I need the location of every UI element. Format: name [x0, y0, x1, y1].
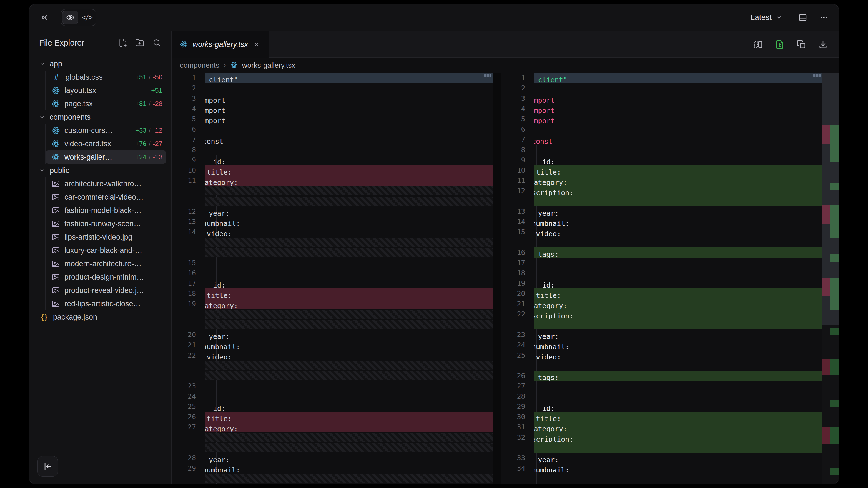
code-line[interactable]: studio", [501, 319, 822, 329]
code-line[interactable]: 25 video: "https://commondatastorage.goo… [501, 350, 822, 360]
tab-works-gallery[interactable]: works-gallery.tsx × [172, 31, 269, 58]
code-line[interactable]: 29 thumbnail: "/product-design-minimalis… [172, 463, 493, 473]
code-line[interactable]: 16 tags: ["Design", "Branding", "Art Dir… [501, 247, 822, 258]
code-line[interactable]: 31 category: "Creative", [501, 422, 822, 432]
version-dropdown[interactable]: Latest [747, 10, 786, 25]
download-button[interactable] [818, 40, 828, 49]
tree-item-page.tsx[interactable]: page.tsx+81/-28 [45, 97, 166, 110]
code-line[interactable]: 6 [172, 124, 493, 134]
code-line[interactable]: 19 id: 2, [501, 278, 822, 288]
code-line[interactable]: 20 year: "2024", [172, 329, 493, 340]
code-line[interactable]: 22 video: "https://commondatastorage.goo… [172, 350, 493, 360]
tree-item-architecture-walkthro-[interactable]: architecture-walkthro… [45, 177, 166, 190]
tree-folder-app[interactable]: app [35, 57, 166, 70]
code-line[interactable]: 5import { CustomCursor } from "./custom-… [501, 114, 822, 124]
code-line[interactable]: gtv-videos-bucket/sample/ForBiggerBlazes… [501, 237, 822, 247]
collapse-panel-icon[interactable] [40, 13, 49, 22]
tree-item-product-design-minim-[interactable]: product-design-minim… [45, 270, 166, 284]
code-line[interactable]: 24 thumbnail: "/modern-architecture-blac… [501, 340, 822, 350]
tree-item-fashion-runway-scen-[interactable]: fashion-runway-scen… [45, 217, 166, 230]
tree-item-car-commercial-video-[interactable]: car-commercial-video… [45, 190, 166, 204]
code-line[interactable]: 13 year: "2024", [501, 206, 822, 217]
tab-close-icon[interactable]: × [253, 40, 260, 49]
copy-button[interactable] [797, 40, 806, 49]
code-line[interactable]: 22 description: "Digital presence for a … [501, 309, 822, 319]
code-line[interactable]: 3import { useState } from "react" [172, 93, 493, 103]
code-line[interactable]: 30 title: "Product Launch", [501, 412, 822, 422]
tree-item-modern-architecture-[interactable]: modern-architecture-… [45, 257, 166, 270]
split-view-button[interactable] [753, 40, 763, 49]
diff-overview-ruler[interactable] [822, 73, 839, 484]
code-line[interactable]: 6 [501, 124, 822, 134]
code-line[interactable]: 3import { useState } from "react" [501, 93, 822, 103]
code-line[interactable]: 16 { [172, 268, 493, 278]
code-line[interactable]: 26 title: "PRODUCT LAUNCH", [172, 412, 493, 422]
code-line[interactable]: 13 thumbnail: "/fashion-model-black-and-… [172, 217, 493, 227]
code-line[interactable]: 34 thumbnail: "/product-design-minimalis… [501, 463, 822, 473]
breadcrumb-file[interactable]: works-gallery.tsx [242, 61, 296, 70]
tree-item-package.json[interactable]: { }package.json [35, 310, 166, 324]
code-line[interactable]: 15 }, [172, 258, 493, 268]
code-line[interactable]: 24 { [172, 391, 493, 401]
code-line[interactable]: brand", [501, 196, 822, 206]
tree-folder-components[interactable]: components [35, 110, 166, 124]
tree-item-product-reveal-video.j-[interactable]: product-reveal-video.j… [45, 284, 166, 297]
preview-toggle-button[interactable] [62, 10, 78, 25]
code-line[interactable]: 33 year: "2024", [501, 453, 822, 463]
scrollbar-thumb[interactable] [813, 74, 820, 77]
code-line[interactable]: 19 category: "DESIGN", [172, 299, 493, 309]
new-folder-button[interactable] [135, 38, 144, 47]
more-options-button[interactable] [819, 13, 828, 22]
new-file-button[interactable] [118, 38, 127, 47]
code-line[interactable]: 14 thumbnail: "/fashion-model-black-and-… [501, 217, 822, 227]
code-line[interactable]: 1"use client" [501, 73, 822, 83]
code-line[interactable]: 2 [172, 83, 493, 93]
code-line[interactable]: 32 description: "Launch campaign for a m… [501, 432, 822, 443]
code-line[interactable]: 26 tags: ["Development", "Next.js", "Rea… [501, 370, 822, 381]
code-line[interactable]: 15 video: "https://commondatastorage.goo… [501, 227, 822, 237]
code-line[interactable]: 5import { CustomCursor } from "./custom-… [172, 114, 493, 124]
code-line[interactable]: 11 category: "BRANDING", [172, 175, 493, 186]
code-line[interactable]: 25 id: 3, [172, 401, 493, 412]
code-line[interactable]: 12 year: "2024", [172, 206, 493, 217]
code-line[interactable]: 7const projects = [ [501, 134, 822, 144]
scrollbar-thumb[interactable] [484, 74, 492, 77]
code-line[interactable]: 23 }, [172, 381, 493, 391]
panel-layout-button[interactable] [798, 13, 807, 22]
tree-item-red-lips-artistic-close-[interactable]: red-lips-artistic-close… [45, 297, 166, 310]
tree-item-works-galler-[interactable]: works-galler…+24/-13 [45, 151, 166, 164]
code-line[interactable]: 8 { [172, 144, 493, 155]
code-line[interactable]: 21 thumbnail: "/modern-architecture-blac… [172, 340, 493, 350]
code-line[interactable]: 29 id: 3, [501, 401, 822, 412]
code-line[interactable]: 18 { [501, 268, 822, 278]
code-line[interactable]: 8 { [501, 144, 822, 155]
collapse-sidebar-button[interactable] [37, 456, 58, 477]
code-line[interactable]: 12 description: "Visual identity for a c… [501, 186, 822, 196]
tree-item-luxury-car-black-and-[interactable]: luxury-car-black-and-… [45, 244, 166, 257]
code-line[interactable]: 11 category: "Branding", [501, 175, 822, 186]
tree-item-globals.css[interactable]: #globals.css+51/-50 [45, 70, 166, 84]
breadcrumb-folder[interactable]: components [180, 61, 219, 70]
code-line[interactable]: 4import { VideoCard } from "./video-card… [501, 103, 822, 114]
diff-view-button[interactable] [775, 40, 784, 49]
tree-folder-public[interactable]: public [35, 164, 166, 177]
code-line[interactable]: jpg", [501, 473, 822, 484]
code-line[interactable]: 2 [501, 83, 822, 93]
code-line[interactable]: 27 }, [501, 381, 822, 391]
code-line[interactable]: 18 title: "ARCHITECTURE FIRM", [172, 288, 493, 299]
code-line[interactable]: 28 { [501, 391, 822, 401]
code-line[interactable]: 23 year: "2024", [501, 329, 822, 340]
code-line[interactable]: line", [501, 443, 822, 453]
search-files-button[interactable] [152, 38, 161, 47]
code-line[interactable]: 9 id: 1, [501, 155, 822, 165]
tree-item-lips-artistic-video.jpg[interactable]: lips-artistic-video.jpg [45, 230, 166, 244]
tree-item-fashion-model-black-[interactable]: fashion-model-black-… [45, 204, 166, 217]
code-toggle-button[interactable]: </> [79, 10, 95, 25]
code-line[interactable]: 7const projects = [ [172, 134, 493, 144]
code-line[interactable]: 10 title: "FASHION STUDIO", [172, 165, 493, 175]
code-line[interactable]: 10 title: "Fashion Studio", [501, 165, 822, 175]
tree-item-layout.tsx[interactable]: layout.tsx+51 [45, 84, 166, 97]
tree-item-video-card.tsx[interactable]: video-card.tsx+76/-27 [45, 137, 166, 151]
code-line[interactable]: 20 title: "Architecture Firm", [501, 288, 822, 299]
code-line[interactable]: 1"use client" [172, 73, 493, 83]
